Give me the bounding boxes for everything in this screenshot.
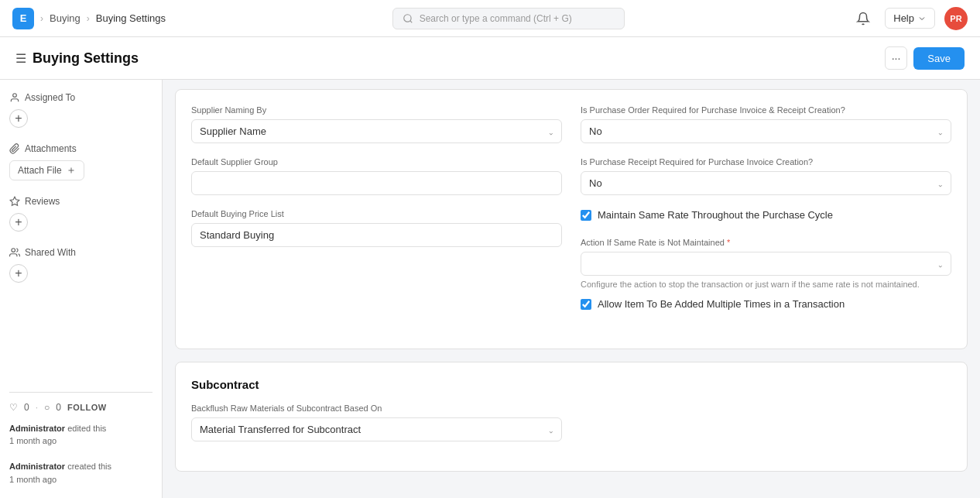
form-row-3: Default Buying Price List Maintain Same … (191, 209, 951, 319)
attach-file-label: Attach File (18, 165, 62, 176)
attachments-title: Attachments (9, 143, 152, 154)
user-icon (9, 92, 20, 103)
activity-user-2: Administrator (9, 462, 65, 471)
star-icon (9, 196, 20, 207)
po-required-label: Is Purchase Order Required for Purchase … (581, 105, 951, 115)
chevron-down-icon (917, 14, 927, 23)
page-header: ☰ Buying Settings ··· Save (0, 37, 980, 80)
app-icon: E (12, 8, 34, 29)
po-required-select[interactable]: No Yes (581, 119, 951, 143)
supplier-group-label: Default Supplier Group (191, 157, 562, 167)
action-same-rate-description: Configure the action to stop the transac… (581, 279, 951, 290)
svg-point-5 (12, 249, 15, 252)
allow-multiple-checkbox[interactable] (581, 299, 591, 310)
po-required-wrapper: No Yes (581, 119, 951, 143)
action-same-rate-section: Action If Same Rate is Not Maintained * … (581, 238, 951, 290)
content-area: Assigned To + Attachments Attach File (0, 80, 980, 498)
activity-time-2: 1 month ago (9, 475, 57, 484)
svg-marker-4 (10, 197, 19, 205)
add-assignee-button[interactable]: + (9, 109, 28, 128)
notification-button[interactable] (851, 6, 875, 31)
activity-item-2: Administrator created this 1 month ago (9, 460, 152, 486)
action-same-rate-select[interactable] (581, 252, 951, 276)
reviews-label: Reviews (25, 196, 60, 207)
action-same-rate-label: Action If Same Rate is Not Maintained * (581, 238, 951, 247)
backflush-wrapper: Material Transferred for Subcontract BOM (191, 417, 562, 441)
shared-with-section: Shared With + (9, 247, 152, 283)
follow-button[interactable]: FOLLOW (67, 403, 107, 412)
pr-required-label: Is Purchase Receipt Required for Purchas… (581, 157, 951, 167)
user-avatar[interactable]: PR (944, 7, 968, 30)
page-header-right: ··· Save (885, 46, 965, 70)
page: ☰ Buying Settings ··· Save Assigned To + (0, 37, 980, 498)
backflush-col: Backflush Raw Materials of Subcontract B… (191, 404, 562, 441)
help-button[interactable]: Help (885, 8, 935, 29)
sidebar: Assigned To + Attachments Attach File (0, 80, 163, 498)
maintain-rate-checkbox[interactable] (581, 210, 591, 221)
topnav-right: Help PR (851, 6, 968, 31)
svg-point-0 (403, 14, 410, 21)
allow-multiple-row: Allow Item To Be Added Multiple Times in… (581, 298, 951, 310)
pr-required-col: Is Purchase Receipt Required for Purchas… (581, 157, 951, 195)
dot-separator: · (36, 402, 38, 413)
sidebar-toggle-button[interactable]: ☰ (15, 51, 26, 66)
backflush-right-col (581, 404, 951, 441)
po-required-col: Is Purchase Order Required for Purchase … (581, 105, 951, 143)
maintain-rate-label: Maintain Same Rate Throughout the Purcha… (598, 209, 833, 221)
like-count: 0 (24, 402, 29, 413)
supplier-naming-select[interactable]: Supplier Name Naming Series (191, 119, 562, 143)
reactions-row: ♡ 0 · ○ 0 FOLLOW (9, 402, 152, 413)
save-button[interactable]: Save (913, 47, 965, 70)
top-navigation: E › Buying › Buying Settings Search or t… (0, 0, 980, 37)
attachments-label: Attachments (25, 143, 77, 154)
general-settings-card: Supplier Naming By Supplier Name Naming … (175, 89, 968, 349)
add-review-button[interactable]: + (9, 213, 28, 232)
page-title: Buying Settings (33, 50, 139, 67)
buying-price-label: Default Buying Price List (191, 209, 562, 218)
add-share-button[interactable]: + (9, 264, 28, 283)
assigned-to-section: Assigned To + (9, 92, 152, 128)
pr-required-select[interactable]: No Yes (581, 171, 951, 195)
comment-icon: ○ (44, 402, 50, 413)
shared-with-title: Shared With (9, 247, 152, 258)
assigned-to-label: Assigned To (25, 92, 75, 103)
activity-time-1: 1 month ago (9, 436, 57, 445)
reviews-section: Reviews + (9, 196, 152, 232)
pr-required-wrapper: No Yes (581, 171, 951, 195)
maintain-rate-col: Maintain Same Rate Throughout the Purcha… (581, 209, 951, 319)
like-icon: ♡ (9, 402, 18, 413)
search-bar[interactable]: Search or type a command (Ctrl + G) (392, 8, 625, 29)
breadcrumb-buying[interactable]: Buying (50, 12, 81, 24)
action-same-rate-wrapper (581, 252, 951, 276)
more-options-button[interactable]: ··· (885, 46, 908, 70)
svg-point-1 (13, 94, 17, 98)
sidebar-footer: ♡ 0 · ○ 0 FOLLOW Administrator edited th… (9, 392, 152, 486)
activity-action-1: edited this (67, 424, 106, 433)
plus-icon (67, 166, 76, 175)
activity-user-1: Administrator (9, 424, 65, 433)
supplier-group-input[interactable] (191, 171, 562, 195)
backflush-select[interactable]: Material Transferred for Subcontract BOM (191, 417, 562, 441)
attach-file-button[interactable]: Attach File (9, 160, 84, 180)
buying-price-input[interactable] (191, 223, 562, 247)
search-placeholder: Search or type a command (Ctrl + G) (420, 13, 572, 24)
shared-with-label: Shared With (25, 247, 76, 258)
subcontract-title: Subcontract (191, 378, 951, 391)
activity-action-2: created this (67, 462, 111, 471)
allow-multiple-label: Allow Item To Be Added Multiple Times in… (598, 298, 845, 310)
maintain-rate-row: Maintain Same Rate Throughout the Purcha… (581, 209, 951, 221)
page-header-left: ☰ Buying Settings (15, 50, 139, 67)
supplier-naming-wrapper: Supplier Name Naming Series (191, 119, 562, 143)
buying-price-col: Default Buying Price List (191, 209, 562, 319)
supplier-group-col: Default Supplier Group (191, 157, 562, 195)
breadcrumb-area: E › Buying › Buying Settings (12, 8, 166, 29)
comment-count: 0 (56, 402, 61, 413)
reviews-title: Reviews (9, 196, 152, 207)
backflush-row: Backflush Raw Materials of Subcontract B… (191, 404, 951, 441)
activity-item-1: Administrator edited this 1 month ago (9, 422, 152, 448)
assigned-to-title: Assigned To (9, 92, 152, 103)
paperclip-icon (9, 143, 20, 154)
form-row-2: Default Supplier Group Is Purchase Recei… (191, 157, 951, 195)
supplier-naming-col: Supplier Naming By Supplier Name Naming … (191, 105, 562, 143)
attachments-section: Attachments Attach File (9, 143, 152, 180)
